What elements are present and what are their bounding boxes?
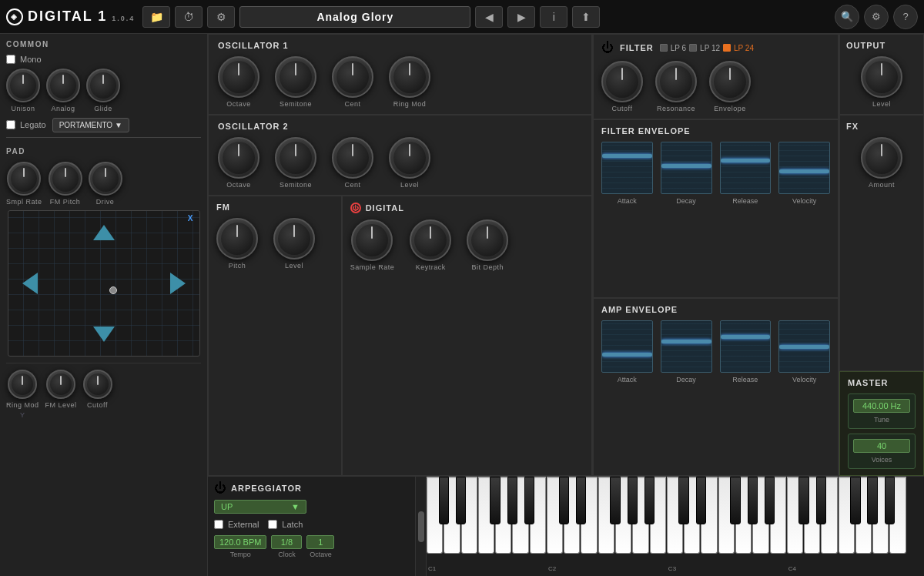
black-key[interactable]: [678, 477, 688, 524]
black-key[interactable]: [490, 477, 500, 524]
black-key[interactable]: [850, 477, 860, 524]
filter-env-knob[interactable]: [709, 61, 751, 102]
osc2-semitone-knob[interactable]: [275, 137, 316, 179]
zoom-button[interactable]: 🔍: [835, 5, 859, 29]
cutoff-knob[interactable]: [601, 61, 643, 102]
glide-knob[interactable]: [86, 69, 120, 102]
fenv-decay-handle[interactable]: [661, 164, 711, 168]
osc1-semitone-knob[interactable]: [275, 56, 316, 98]
black-key[interactable]: [867, 477, 877, 524]
level-knob[interactable]: [861, 56, 902, 98]
info-button[interactable]: i: [540, 6, 567, 28]
osc1-octave-knob[interactable]: [218, 56, 259, 98]
nav-next-button[interactable]: ▶: [507, 6, 535, 28]
pad-arrow-left[interactable]: [22, 273, 38, 294]
pad-arrow-right[interactable]: [170, 273, 186, 294]
fenv-velocity-handle[interactable]: [779, 169, 829, 173]
portamento-button[interactable]: PORTAMENTO ▼: [52, 118, 129, 132]
ringmod-knob[interactable]: [8, 370, 37, 399]
export-button[interactable]: ⬆: [572, 6, 600, 28]
aenv-release-handle[interactable]: [721, 335, 771, 339]
fenv-attack-track[interactable]: [601, 142, 653, 194]
osc2-octave-knob[interactable]: [218, 137, 259, 179]
pad-xy[interactable]: X: [8, 210, 200, 357]
black-key[interactable]: [507, 477, 517, 524]
unison-knob[interactable]: [6, 69, 40, 102]
black-key[interactable]: [798, 477, 808, 524]
fenv-velocity-track[interactable]: [778, 142, 830, 194]
pad-arrow-down[interactable]: [93, 327, 115, 342]
pad-arrow-up[interactable]: [93, 225, 115, 240]
arp-external-checkbox[interactable]: [214, 520, 223, 529]
preset-name[interactable]: Analog Glory: [239, 6, 470, 28]
digital-keytrack-knob[interactable]: [410, 219, 451, 261]
filter-lp12[interactable]: LP 12: [689, 44, 720, 52]
filter-lp24[interactable]: LP 24: [723, 44, 754, 52]
piano-scrollbar[interactable]: [416, 477, 427, 576]
filter-lp6[interactable]: LP 6: [660, 44, 686, 52]
drive-knob[interactable]: [89, 162, 122, 196]
history-button[interactable]: ⏱: [175, 6, 203, 28]
black-key[interactable]: [644, 477, 654, 524]
analog-knob[interactable]: [46, 69, 80, 102]
mono-checkbox[interactable]: [6, 55, 15, 64]
black-key[interactable]: [765, 477, 775, 524]
aenv-decay-handle[interactable]: [661, 340, 711, 343]
black-key[interactable]: [576, 477, 586, 524]
black-key[interactable]: [816, 477, 826, 524]
black-key[interactable]: [439, 477, 449, 524]
aenv-decay-track[interactable]: [661, 320, 712, 373]
fenv-release-handle[interactable]: [721, 159, 771, 162]
gear-button[interactable]: ⚙: [864, 5, 889, 29]
aenv-attack-handle[interactable]: [602, 353, 652, 357]
black-key[interactable]: [524, 477, 534, 524]
black-key[interactable]: [730, 477, 740, 524]
resonance-knob[interactable]: [655, 61, 697, 102]
arp-latch-checkbox[interactable]: [268, 520, 277, 529]
fenv-attack-handle[interactable]: [602, 154, 652, 158]
aenv-velocity-track[interactable]: [778, 320, 830, 373]
aenv-release-track[interactable]: [720, 320, 772, 373]
black-key[interactable]: [748, 477, 758, 524]
digital-samplerate-knob[interactable]: [351, 219, 393, 261]
digital-power-icon[interactable]: ⏻: [350, 203, 361, 213]
osc2-cent-knob[interactable]: [332, 137, 373, 179]
black-key[interactable]: [559, 477, 569, 524]
arp-clock-value[interactable]: 1/8: [271, 535, 302, 549]
fmlevel-knob[interactable]: [46, 370, 75, 399]
aenv-velocity-handle[interactable]: [779, 345, 829, 349]
arp-octave-value[interactable]: 1: [306, 535, 334, 549]
arp-power-icon[interactable]: ⏻: [214, 481, 226, 495]
osc2-level-knob[interactable]: [389, 137, 430, 179]
filter-power-icon[interactable]: ⏻: [601, 41, 614, 55]
black-key[interactable]: [696, 477, 706, 524]
folder-button[interactable]: 📁: [142, 6, 170, 28]
fmpitch-knob[interactable]: [49, 162, 82, 196]
osc1-ringmod-knob[interactable]: [389, 56, 430, 98]
digital-bitdepth-knob[interactable]: [467, 219, 508, 261]
arp-tempo-value[interactable]: 120.0 BPM: [214, 535, 266, 549]
aenv-attack-track[interactable]: [601, 320, 653, 373]
amount-knob[interactable]: [861, 137, 902, 179]
fm-pitch-knob[interactable]: [216, 218, 258, 260]
scrollbar-thumb[interactable]: [418, 511, 424, 542]
fmlevel-label: FM Level: [45, 401, 77, 409]
pad-cursor[interactable]: [109, 286, 117, 294]
black-key[interactable]: [628, 477, 638, 524]
black-key[interactable]: [885, 477, 895, 524]
fenv-decay-track[interactable]: [661, 142, 712, 194]
cutoff-bottom-knob[interactable]: [83, 370, 112, 399]
smplrate-knob[interactable]: [7, 162, 41, 196]
nav-prev-button[interactable]: ◀: [475, 6, 503, 28]
osc1-cent-knob[interactable]: [332, 56, 373, 98]
black-key[interactable]: [610, 477, 620, 524]
fenv-release-track[interactable]: [720, 142, 772, 194]
master-voices-value[interactable]: 40: [853, 439, 910, 453]
black-key[interactable]: [456, 477, 466, 524]
fm-level-knob[interactable]: [273, 218, 315, 260]
arp-direction-selector[interactable]: UP ▼: [214, 500, 306, 514]
master-hz-value[interactable]: 440.00 Hz: [853, 399, 910, 413]
settings-button[interactable]: ⚙: [207, 6, 235, 28]
legato-checkbox[interactable]: [6, 120, 15, 129]
help-button[interactable]: ?: [893, 5, 918, 29]
